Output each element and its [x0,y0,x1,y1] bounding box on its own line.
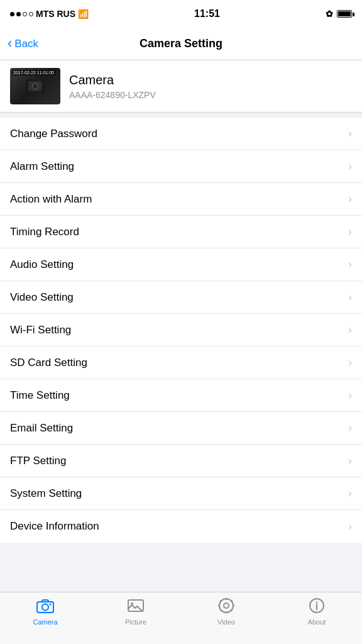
settings-label-device-information: Device Information [10,520,99,533]
chevron-right-icon: › [348,487,352,500]
settings-item-audio-setting[interactable]: Audio Setting › [0,248,362,281]
status-time: 11:51 [194,8,220,19]
status-left: MTS RUS 📶 [10,9,89,19]
status-right: ✿ [326,9,352,19]
wifi-icon: 📶 [78,9,89,19]
svg-point-13 [218,605,220,607]
camera-info: Camera AAAA-624890-LXZPV [69,73,352,100]
chevron-right-icon: › [348,389,352,402]
tab-about[interactable]: About [272,597,362,626]
camera-header: 2017-02-22 11:01:05 Camera AAAA-624890-L… [0,60,362,113]
settings-label-time-setting: Time Setting [10,389,70,402]
settings-item-sd-card-setting[interactable]: SD Card Setting › [0,347,362,379]
chevron-right-icon: › [348,258,352,271]
settings-label-timing-record: Timing Record [10,226,79,238]
about-tab-label: About [308,618,326,626]
settings-label-email-setting: Email Setting [10,422,73,435]
svg-point-21 [316,602,318,604]
dot-1 [10,12,14,16]
back-label: Back [14,38,38,50]
chevron-right-icon: › [348,520,352,533]
video-tab-icon [217,597,235,616]
svg-point-11 [226,598,228,600]
settings-item-device-information[interactable]: Device Information › [0,510,362,543]
settings-item-system-setting[interactable]: System Setting › [0,477,362,510]
svg-point-17 [220,609,222,611]
settings-label-ftp-setting: FTP Setting [10,455,66,467]
camera-tab-label: Camera [33,618,57,626]
settings-label-audio-setting: Audio Setting [10,258,74,271]
settings-label-wifi-setting: Wi-Fi Setting [10,324,71,336]
tab-picture[interactable]: Picture [90,597,181,626]
settings-label-change-password: Change Password [10,128,97,140]
settings-item-action-with-alarm[interactable]: Action with Alarm › [0,183,362,216]
signal-dots [10,12,33,16]
chevron-right-icon: › [348,356,352,369]
picture-tab-icon [127,597,145,616]
svg-point-8 [131,602,133,605]
svg-point-15 [220,600,222,602]
video-tab-label: Video [217,618,235,626]
chevron-right-icon: › [348,421,352,435]
camera-thumbnail: 2017-02-22 11:01:05 [10,68,60,104]
bluetooth-icon: ✿ [326,9,333,19]
chevron-right-icon: › [348,192,352,206]
settings-label-sd-card-setting: SD Card Setting [10,357,87,369]
settings-item-time-setting[interactable]: Time Setting › [0,379,362,412]
camera-id: AAAA-624890-LXZPV [69,90,352,100]
svg-point-12 [226,611,228,613]
carrier-label: MTS RUS [36,9,75,19]
dot-2 [16,12,21,16]
svg-point-6 [50,604,52,606]
camera-timestamp: 2017-02-22 11:01:05 [12,70,55,75]
about-tab-icon [308,597,326,616]
nav-bar: ‹ Back Camera Setting [0,28,362,60]
picture-tab-label: Picture [125,618,146,626]
chevron-right-icon: › [348,225,352,238]
settings-label-system-setting: System Setting [10,487,82,500]
chevron-right-icon: › [348,323,352,336]
chevron-right-icon: › [348,160,352,173]
camera-tab-icon [36,597,54,616]
svg-point-16 [231,600,233,602]
settings-item-video-setting[interactable]: Video Setting › [0,281,362,314]
chevron-right-icon: › [348,127,352,140]
settings-item-change-password[interactable]: Change Password › [0,118,362,150]
settings-label-action-with-alarm: Action with Alarm [10,193,92,206]
settings-item-email-setting[interactable]: Email Setting › [0,412,362,445]
svg-point-10 [224,603,229,608]
settings-list: Change Password › Alarm Setting › Action… [0,118,362,543]
chevron-right-icon: › [348,454,352,467]
page-title: Camera Setting [140,37,222,50]
dot-3 [23,12,27,16]
tab-camera[interactable]: Camera [0,597,90,626]
settings-item-wifi-setting[interactable]: Wi-Fi Setting › [0,314,362,347]
battery-icon [337,10,352,18]
back-button[interactable]: ‹ Back [8,37,38,50]
tab-bar: Camera Picture Video [0,592,362,644]
settings-item-timing-record[interactable]: Timing Record › [0,216,362,248]
chevron-right-icon: › [348,291,352,304]
svg-point-14 [233,605,234,607]
tab-video[interactable]: Video [181,597,272,626]
main-content: 2017-02-22 11:01:05 Camera AAAA-624890-L… [0,60,362,599]
settings-label-alarm-setting: Alarm Setting [10,160,74,173]
svg-point-3 [33,84,37,88]
settings-label-video-setting: Video Setting [10,291,74,304]
status-bar: MTS RUS 📶 11:51 ✿ [0,0,362,28]
dot-4 [29,12,33,16]
svg-point-18 [231,609,233,611]
settings-item-alarm-setting[interactable]: Alarm Setting › [0,150,362,183]
camera-name: Camera [69,73,352,87]
camera-image-icon [26,79,45,93]
settings-item-ftp-setting[interactable]: FTP Setting › [0,445,362,477]
svg-point-5 [42,604,48,611]
back-chevron-icon: ‹ [8,36,12,50]
